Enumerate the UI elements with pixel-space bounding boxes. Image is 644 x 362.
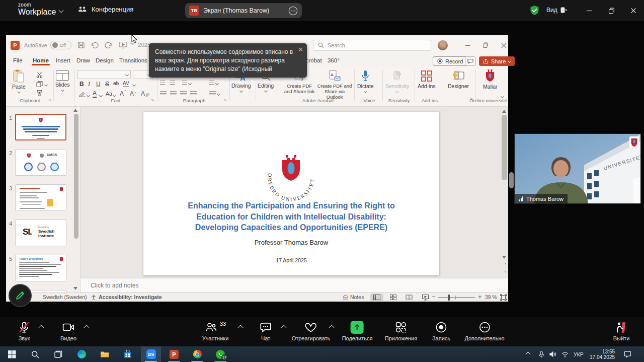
more-button[interactable]: Дополнительно: [464, 321, 504, 341]
cut-icon[interactable]: [36, 71, 43, 78]
thumb-scroll-down-icon[interactable]: [73, 287, 77, 290]
search-box[interactable]: Search: [313, 40, 431, 51]
slide-thumbnail-2[interactable]: UMCS: [15, 149, 66, 176]
tray-chevron[interactable]: [526, 346, 530, 362]
decrease-indent-button[interactable]: [160, 81, 165, 87]
share-screen-button[interactable]: Поделиться: [342, 321, 373, 341]
collapse-ribbon-chevron[interactable]: [501, 94, 504, 100]
undo-icon[interactable]: [91, 41, 99, 49]
zoom-level[interactable]: 39 %: [485, 294, 497, 300]
video-button[interactable]: Видео: [60, 321, 76, 341]
task-view-button[interactable]: [48, 346, 68, 362]
screen-share-tab[interactable]: ТВ Экран (Thomas Barow): [185, 3, 302, 18]
ppt-minimize-button[interactable]: [460, 35, 475, 55]
columns-button[interactable]: [182, 81, 191, 87]
zoom-in-button[interactable]: +: [478, 293, 482, 301]
slides-button[interactable]: Slides: [55, 70, 70, 91]
slide-sorter-view-button[interactable]: [386, 294, 399, 301]
mallar-button[interactable]: Mallar: [483, 69, 498, 90]
spacing-chevron[interactable]: [133, 82, 135, 88]
clear-format-button[interactable]: A: [141, 90, 145, 97]
webcam-video-tile[interactable]: UNIVERSITET Thomas Barow: [514, 133, 641, 204]
tab-options-icon[interactable]: [288, 6, 298, 16]
close-button[interactable]: [625, 0, 642, 21]
record-meeting-button[interactable]: Запись: [432, 321, 450, 341]
store-app[interactable]: [118, 346, 138, 362]
font-name-select[interactable]: [77, 70, 131, 79]
increase-indent-button[interactable]: [170, 81, 175, 87]
copy-icon[interactable]: [36, 81, 43, 87]
highlight-pen-icon[interactable]: [78, 91, 86, 97]
start-button[interactable]: [2, 346, 22, 362]
smartart-convert-button[interactable]: [209, 91, 220, 97]
editor-scroll-down-icon[interactable]: [502, 256, 506, 259]
zoom-app[interactable]: zm: [141, 346, 161, 362]
align-right-button[interactable]: [180, 91, 187, 97]
slide-author[interactable]: Professor Thomas Barow: [143, 239, 439, 246]
slide-title[interactable]: Enhancing the Participation and Ensuring…: [153, 200, 429, 233]
record-button[interactable]: Record: [433, 56, 467, 66]
font-dialog-launcher[interactable]: ⇘: [151, 98, 154, 102]
format-painter-icon[interactable]: [36, 90, 43, 96]
underline-button[interactable]: U: [96, 81, 101, 88]
workspace-chevron-icon[interactable]: [59, 8, 64, 13]
slideshow-view-button[interactable]: [419, 294, 432, 301]
tab-insert[interactable]: Insert: [56, 57, 70, 63]
tray-volume-icon[interactable]: [549, 346, 556, 362]
bold-button[interactable]: B: [79, 81, 84, 88]
file-explorer-app[interactable]: [95, 346, 115, 362]
next-slide-button[interactable]: ⌄: [504, 269, 507, 273]
zoom-slider-thumb[interactable]: [448, 295, 450, 301]
thumb-scroll-up-icon[interactable]: [73, 109, 77, 112]
ppt-restore-button[interactable]: [478, 35, 493, 55]
user-avatar[interactable]: [438, 40, 448, 50]
share-button[interactable]: Share: [479, 56, 515, 66]
tab-transitions[interactable]: Transitions: [119, 57, 147, 63]
designer-button[interactable]: Designer: [448, 70, 469, 89]
minimize-button[interactable]: [581, 0, 598, 21]
slide-thumbnail-5[interactable]: Today's programme: [15, 255, 66, 281]
participants-options-chevron[interactable]: [237, 325, 243, 330]
strikethrough-button[interactable]: S: [105, 81, 109, 88]
addins-button[interactable]: Add-ins: [418, 70, 436, 89]
reading-view-button[interactable]: [403, 294, 416, 301]
taskbar-search-button[interactable]: [25, 346, 45, 362]
normal-view-button[interactable]: [370, 294, 383, 301]
slide-thumbnail-1[interactable]: [15, 114, 66, 140]
notification-center-button[interactable]: [624, 346, 631, 362]
participants-button[interactable]: 33 Участники: [202, 321, 229, 341]
view-control[interactable]: Вид: [546, 7, 567, 14]
zoom-slider-track[interactable]: [438, 297, 475, 298]
start-slideshow-icon[interactable]: [119, 41, 127, 49]
video-options-chevron[interactable]: [84, 325, 89, 330]
paste-button[interactable]: Paste: [12, 69, 26, 93]
audio-options-chevron[interactable]: [38, 325, 44, 330]
editor-scrollbar[interactable]: [502, 115, 507, 180]
apps-button[interactable]: Приложения: [385, 321, 417, 341]
whatsapp-app[interactable]: 17: [210, 346, 230, 362]
strikethrough-ab-button[interactable]: ab: [113, 81, 119, 86]
font-color-button[interactable]: A: [93, 90, 97, 98]
clipboard-dialog-launcher[interactable]: ⇘: [48, 98, 52, 102]
redo-icon[interactable]: [105, 41, 113, 49]
create-pdf-outlook-button[interactable]: A Create PDF and Share via Outlook: [318, 70, 351, 100]
text-direction-button[interactable]: [209, 81, 218, 87]
fit-to-window-icon[interactable]: [500, 294, 507, 301]
current-slide[interactable]: ÖREBRO UNIVERSITET Enhancing the Partici…: [143, 112, 439, 275]
zoom-out-button[interactable]: −: [432, 293, 436, 301]
language-status[interactable]: Swedish (Sweden): [43, 294, 87, 300]
edge-app[interactable]: [71, 346, 92, 362]
slide-date[interactable]: 17 April 2025: [143, 257, 439, 263]
annotation-pencil-button[interactable]: [9, 284, 32, 307]
ppt-close-button[interactable]: [496, 35, 511, 55]
notes-toggle-label[interactable]: Notes: [350, 294, 364, 300]
slide-thumbnail-3[interactable]: [15, 184, 66, 211]
copy-chevron[interactable]: [45, 82, 47, 88]
notes-pane[interactable]: Click to add notes: [80, 278, 508, 292]
tab-home[interactable]: Home: [33, 57, 49, 63]
tab-file[interactable]: File: [13, 57, 23, 63]
audio-button[interactable]: Звук: [18, 321, 31, 341]
accessibility-status[interactable]: Accessibility: Investigate: [99, 294, 162, 300]
tab-360[interactable]: 360°: [328, 57, 340, 63]
paragraph-dialog-launcher[interactable]: ⇘: [223, 98, 227, 102]
